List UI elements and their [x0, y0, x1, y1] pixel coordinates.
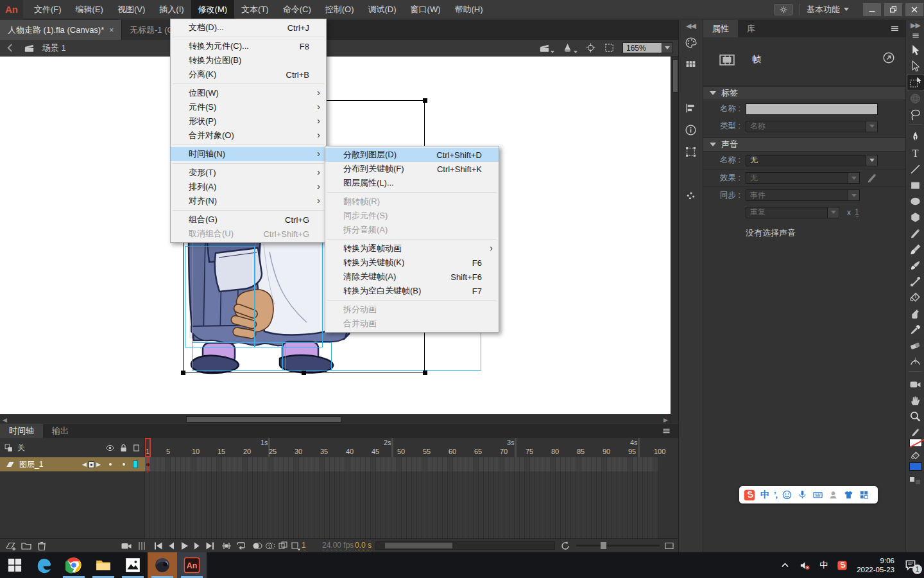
- menu-item[interactable]: 转换为空白关键帧(B) F7: [325, 284, 499, 298]
- tool-button[interactable]: [909, 371, 923, 375]
- new-folder-icon[interactable]: [21, 540, 32, 552]
- menu-item[interactable]: 清除关键帧(A) Shift+F6: [325, 270, 499, 284]
- menu-item[interactable]: 时间轴(N): [171, 147, 326, 161]
- menu-item[interactable]: 位图(W): [171, 86, 326, 100]
- panel-tab[interactable]: 库: [738, 20, 764, 37]
- menubar-item[interactable]: 视图(V): [110, 0, 152, 19]
- menubar-item[interactable]: 文本(T): [234, 0, 276, 19]
- label-name-input[interactable]: [746, 103, 878, 115]
- pencil-tool[interactable]: [907, 225, 924, 241]
- selection-handle[interactable]: [302, 371, 306, 375]
- oval-tool[interactable]: [907, 193, 924, 209]
- menu-item[interactable]: [327, 239, 497, 240]
- zoom-tool[interactable]: [907, 408, 924, 425]
- lasso-tool[interactable]: [907, 107, 924, 123]
- center-stage-button[interactable]: [585, 42, 596, 53]
- notification-center-button[interactable]: 1: [903, 559, 918, 572]
- workspace-switcher[interactable]: 基本功能: [807, 4, 849, 15]
- zoom-level-combo[interactable]: 165%: [622, 42, 673, 53]
- paint-bucket-tool[interactable]: [907, 290, 924, 306]
- free-transform-tool[interactable]: [907, 74, 924, 91]
- elapsed-time-value[interactable]: 0.0 s: [355, 541, 372, 550]
- play-icon[interactable]: [178, 540, 190, 552]
- tray-expand-icon[interactable]: [780, 560, 791, 571]
- menu-item[interactable]: 转换为位图(B): [171, 53, 326, 67]
- edit-scene-button[interactable]: [539, 42, 554, 53]
- ime-chinese-mode[interactable]: 中: [760, 489, 769, 501]
- timeline-zoom-slider[interactable]: [576, 545, 660, 547]
- info-item[interactable]: [683, 122, 699, 137]
- onion-skin-icon[interactable]: [252, 540, 263, 552]
- frame-size-icon[interactable]: [663, 540, 675, 552]
- menu-item[interactable]: 排列(A): [171, 180, 326, 194]
- polystar-tool[interactable]: [907, 209, 924, 225]
- ime-punctuation-icon[interactable]: ’,: [774, 490, 777, 500]
- menubar-item[interactable]: 控制(O): [318, 0, 361, 19]
- swatches-item[interactable]: [683, 57, 699, 72]
- menu-item[interactable]: 取消组合(U) Ctrl+Shift+G: [171, 227, 326, 241]
- zoom-level-value[interactable]: 165%: [622, 42, 662, 53]
- menu-item[interactable]: [173, 37, 324, 37]
- loop-icon[interactable]: [235, 540, 246, 552]
- menu-item[interactable]: [173, 210, 324, 211]
- layer-keyframe-nav[interactable]: ◀ ▶: [82, 461, 101, 468]
- timeline-frames[interactable]: 1s2s3s4s 1510152025303540455055606570758…: [145, 438, 678, 538]
- selection-tool[interactable]: [907, 42, 924, 58]
- menu-item[interactable]: 合并动画: [325, 317, 499, 331]
- panel-icon-button[interactable]: [683, 78, 699, 94]
- menu-item[interactable]: [173, 83, 324, 84]
- menu-item[interactable]: 分离(K) Ctrl+B: [171, 67, 326, 82]
- layer-lock-dot[interactable]: [123, 463, 125, 466]
- camera-tool[interactable]: [907, 376, 924, 392]
- panel-menu-icon[interactable]: [889, 24, 900, 33]
- timeline-ruler-numbers[interactable]: 1510152025303540455055606570758085909510…: [145, 447, 678, 457]
- menubar-item[interactable]: 帮助(H): [448, 0, 490, 19]
- stroke-color-swatch[interactable]: [909, 439, 922, 447]
- fill-color-swatch[interactable]: [909, 462, 922, 471]
- menu-item[interactable]: [327, 300, 497, 301]
- soft-keyboard-icon[interactable]: [812, 489, 823, 500]
- selection-handle[interactable]: [423, 371, 427, 375]
- timeline-scrollbar[interactable]: [375, 541, 555, 550]
- menubar-item[interactable]: 编辑(E): [69, 0, 110, 19]
- text-tool[interactable]: T: [907, 145, 924, 161]
- zoom-dropdown-button[interactable]: [662, 42, 673, 53]
- microphone-icon[interactable]: [797, 489, 808, 500]
- playhead-marker[interactable]: [145, 438, 151, 457]
- clip-content-button[interactable]: [604, 42, 615, 53]
- menu-item[interactable]: 对齐(N): [171, 194, 326, 208]
- menubar-item[interactable]: 文件(F): [27, 0, 69, 19]
- collapse-tools-icon[interactable]: ▶▶: [911, 20, 920, 30]
- eyedropper-tool[interactable]: [907, 322, 924, 338]
- menu-item[interactable]: 转换为关键帧(K) F6: [325, 256, 499, 270]
- current-frame-value[interactable]: 1: [302, 541, 306, 550]
- onion-outlines-icon[interactable]: [264, 540, 276, 552]
- bone-tool[interactable]: [907, 274, 924, 290]
- slider-thumb[interactable]: [601, 542, 606, 549]
- frame-rate-value[interactable]: 24.00 fps: [322, 541, 354, 550]
- explorer-item[interactable]: [89, 552, 118, 578]
- jump-to-icon[interactable]: [882, 51, 895, 64]
- go-last-frame-icon[interactable]: [204, 540, 216, 552]
- panel-menu-icon[interactable]: [911, 31, 921, 40]
- classic-brush-tool[interactable]: [907, 241, 924, 258]
- ime-language-indicator[interactable]: 中: [819, 559, 828, 571]
- panel-tab[interactable]: 属性: [703, 20, 738, 37]
- paint-brush-tool[interactable]: [907, 258, 924, 274]
- taskbar-clock[interactable]: 9:06 2022-05-23: [857, 556, 894, 574]
- panel-tab[interactable]: 输出: [43, 424, 78, 438]
- new-layer-icon[interactable]: [5, 540, 17, 552]
- sync-settings-button[interactable]: [774, 4, 793, 15]
- layer-visible-dot[interactable]: [109, 463, 112, 466]
- lock-icon[interactable]: [119, 443, 128, 453]
- modify-markers-icon[interactable]: [290, 540, 302, 552]
- scrollbar-thumb[interactable]: [186, 416, 341, 423]
- menu-item[interactable]: [327, 192, 497, 193]
- align-item[interactable]: [683, 100, 699, 116]
- menu-item[interactable]: 元件(S): [171, 100, 326, 114]
- pen-tool[interactable]: [907, 129, 924, 145]
- tool-button[interactable]: [909, 124, 923, 128]
- menubar-item[interactable]: 命令(C): [276, 0, 318, 19]
- show-markers-icon[interactable]: [136, 540, 148, 552]
- canvas-horizontal-scrollbar[interactable]: ◀ ▶: [0, 414, 671, 423]
